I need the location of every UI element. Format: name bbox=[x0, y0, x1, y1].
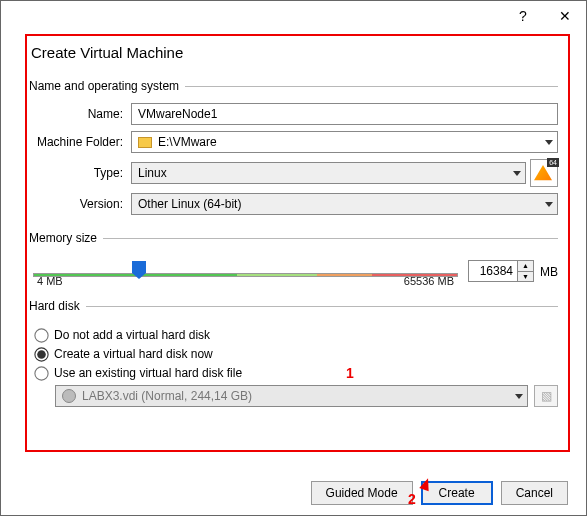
chevron-down-icon bbox=[515, 394, 523, 399]
radio-create-disk-label: Create a virtual hard disk now bbox=[54, 347, 213, 361]
annotation-1: 1 bbox=[346, 365, 354, 381]
type-label: Type: bbox=[29, 166, 131, 180]
folder-label: Machine Folder: bbox=[29, 135, 131, 149]
dialog-title: Create Virtual Machine bbox=[31, 44, 558, 61]
radio-create-disk[interactable]: Create a virtual hard disk now bbox=[35, 347, 558, 361]
dialog-footer: Guided Mode Create Cancel bbox=[311, 481, 568, 505]
name-label: Name: bbox=[29, 107, 131, 121]
radio-existing-disk-label: Use an existing virtual hard disk file bbox=[54, 366, 242, 380]
guided-mode-button[interactable]: Guided Mode bbox=[311, 481, 413, 505]
radio-existing-disk-input[interactable] bbox=[34, 366, 48, 380]
os-64-badge: 64 bbox=[547, 158, 559, 167]
spin-up-icon[interactable]: ▲ bbox=[518, 261, 533, 272]
slider-thumb[interactable] bbox=[132, 261, 146, 279]
version-select[interactable]: Other Linux (64-bit) bbox=[131, 193, 558, 215]
annotation-2: 2 bbox=[408, 491, 416, 507]
chevron-down-icon bbox=[545, 140, 553, 145]
memory-slider[interactable]: 4 MB 65536 MB bbox=[29, 255, 462, 289]
spin-down-icon[interactable]: ▼ bbox=[518, 272, 533, 282]
chevron-down-icon bbox=[545, 202, 553, 207]
version-label: Version: bbox=[29, 197, 131, 211]
version-value: Other Linux (64-bit) bbox=[138, 197, 241, 211]
os-icon: 64 bbox=[530, 159, 558, 187]
name-input[interactable] bbox=[131, 103, 558, 125]
radio-existing-disk[interactable]: Use an existing virtual hard disk file bbox=[35, 366, 558, 380]
radio-no-disk[interactable]: Do not add a virtual hard disk bbox=[35, 328, 558, 342]
folder-value: E:\VMware bbox=[158, 135, 217, 149]
group-name-os-legend: Name and operating system bbox=[29, 79, 185, 93]
disk-icon bbox=[62, 389, 76, 403]
group-memory-legend: Memory size bbox=[29, 231, 103, 245]
browse-disk-button: ▧ bbox=[534, 385, 558, 407]
existing-disk-value: LABX3.vdi (Normal, 244,14 GB) bbox=[82, 389, 252, 403]
dialog-window: ? ✕ Create Virtual Machine Name and oper… bbox=[0, 0, 587, 516]
memory-spinner[interactable]: ▲ ▼ bbox=[468, 260, 534, 282]
group-harddisk: Hard disk Do not add a virtual hard disk… bbox=[29, 299, 558, 407]
type-select[interactable]: Linux bbox=[131, 162, 526, 184]
help-button[interactable]: ? bbox=[502, 2, 544, 30]
group-memory: Memory size 4 MB 65536 MB ▲ bbox=[29, 231, 558, 289]
group-name-os: Name and operating system Name: Machine … bbox=[29, 79, 558, 221]
radio-no-disk-label: Do not add a virtual hard disk bbox=[54, 328, 210, 342]
close-button[interactable]: ✕ bbox=[544, 2, 586, 30]
folder-select[interactable]: E:\VMware bbox=[131, 131, 558, 153]
chevron-down-icon bbox=[513, 171, 521, 176]
type-value: Linux bbox=[138, 166, 167, 180]
memory-input[interactable] bbox=[468, 260, 518, 282]
cancel-button[interactable]: Cancel bbox=[501, 481, 568, 505]
folder-icon bbox=[138, 137, 152, 148]
titlebar: ? ✕ bbox=[1, 1, 586, 31]
image-icon: ▧ bbox=[541, 389, 552, 403]
radio-no-disk-input[interactable] bbox=[34, 328, 48, 342]
memory-unit: MB bbox=[540, 265, 558, 279]
group-harddisk-legend: Hard disk bbox=[29, 299, 86, 313]
create-button[interactable]: Create bbox=[421, 481, 493, 505]
radio-create-disk-input[interactable] bbox=[34, 347, 48, 361]
existing-disk-select: LABX3.vdi (Normal, 244,14 GB) bbox=[55, 385, 528, 407]
